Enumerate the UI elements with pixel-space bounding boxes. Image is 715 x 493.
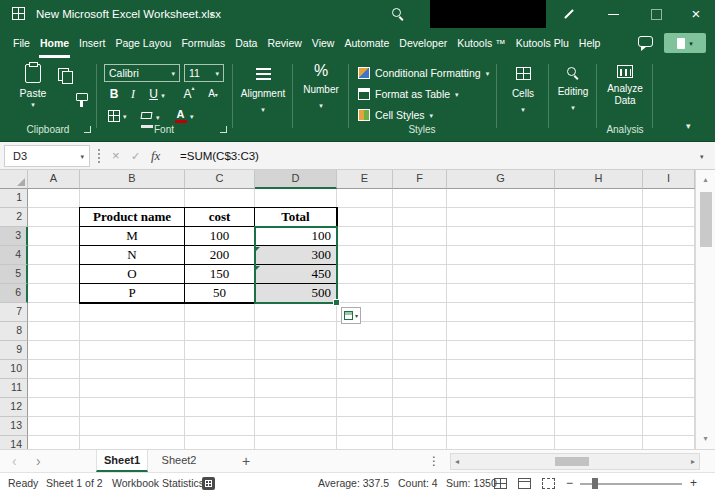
formula-bar-grip-icon[interactable] — [98, 149, 100, 163]
cell-styles-button[interactable]: Cell Styles ▾ — [358, 107, 433, 123]
alignment-group-button[interactable]: Alignment ▾ — [236, 58, 290, 113]
tab-insert[interactable]: Insert — [74, 28, 110, 58]
cell-c4[interactable]: 200 — [185, 246, 255, 265]
next-sheet-icon[interactable]: › — [36, 450, 41, 472]
workbook-statistics-icon[interactable] — [202, 477, 215, 490]
cell-c6[interactable]: 50 — [185, 284, 255, 303]
row-header-13[interactable]: 13 — [0, 417, 28, 436]
autofill-options-button[interactable]: ▾ — [341, 307, 361, 324]
tab-review[interactable]: Review — [262, 28, 306, 58]
row-header-3[interactable]: 3 — [0, 227, 28, 246]
editing-group-button[interactable]: Editing ▾ — [552, 58, 594, 111]
cell-d4[interactable]: 300 — [255, 246, 337, 265]
col-header-h[interactable]: H — [555, 170, 643, 189]
vertical-scroll-thumb[interactable] — [700, 192, 712, 247]
row-header-11[interactable]: 11 — [0, 379, 28, 398]
cell-b4[interactable]: N — [80, 246, 185, 265]
row-header-4[interactable]: 4 — [0, 246, 28, 265]
tab-file[interactable]: File — [8, 28, 35, 58]
borders-button[interactable]: ▾ — [104, 106, 130, 124]
cell-b3[interactable]: M — [80, 227, 185, 246]
analyze-data-button[interactable]: Analyze Data — [600, 58, 650, 107]
row-header-12[interactable]: 12 — [0, 398, 28, 417]
scroll-down-icon[interactable]: ▾ — [696, 431, 715, 447]
cancel-entry-icon[interactable]: × — [112, 142, 120, 170]
formula-warning-indicator[interactable] — [256, 266, 260, 270]
search-icon[interactable] — [392, 8, 404, 20]
zoom-out-button[interactable]: − — [566, 473, 573, 493]
paste-button[interactable]: Paste ▾ — [14, 62, 52, 108]
col-header-i[interactable]: I — [643, 170, 695, 189]
cell-c5[interactable]: 150 — [185, 265, 255, 284]
format-painter-icon[interactable] — [75, 93, 88, 107]
col-header-d[interactable]: D — [255, 170, 337, 189]
scroll-left-icon[interactable]: ◂ — [455, 454, 459, 469]
row-header-10[interactable]: 10 — [0, 360, 28, 379]
horizontal-scroll-thumb[interactable] — [555, 457, 589, 466]
tab-kutools-plus[interactable]: Kutools Plu — [511, 28, 574, 58]
cell-d3[interactable]: 100 — [255, 227, 337, 246]
enter-entry-icon[interactable]: ✓ — [131, 142, 140, 170]
row-header-5[interactable]: 5 — [0, 265, 28, 284]
format-as-table-button[interactable]: Format as Table ▾ — [358, 86, 459, 102]
underline-button[interactable]: U ▾ — [144, 85, 170, 103]
col-header-b[interactable]: B — [80, 170, 185, 189]
workbook-statistics-button[interactable]: Workbook Statistics — [112, 473, 204, 493]
close-button[interactable]: × — [680, 0, 712, 28]
row-header-8[interactable]: 8 — [0, 322, 28, 341]
collapse-ribbon-icon[interactable]: ▾ — [686, 122, 691, 131]
name-box[interactable]: D3 ▾ — [4, 145, 90, 167]
row-header-14[interactable]: 14 — [0, 436, 28, 449]
comments-icon[interactable] — [638, 36, 653, 47]
cell-d2[interactable]: Total — [255, 208, 337, 227]
tab-view[interactable]: View — [307, 28, 340, 58]
expand-formula-bar-icon[interactable]: ▾ — [700, 153, 704, 160]
cell-d5[interactable]: 450 — [255, 265, 337, 284]
select-all-corner[interactable] — [0, 170, 28, 189]
increase-font-size-button[interactable]: A▴ — [178, 85, 200, 103]
cell-b5[interactable]: O — [80, 265, 185, 284]
pen-icon[interactable] — [564, 9, 574, 19]
page-layout-view-button[interactable] — [518, 478, 531, 489]
col-header-f[interactable]: F — [393, 170, 447, 189]
tab-formulas[interactable]: Formulas — [176, 28, 230, 58]
zoom-in-button[interactable]: + — [690, 473, 697, 493]
conditional-formatting-button[interactable]: Conditional Formatting ▾ — [358, 65, 489, 81]
fill-handle[interactable] — [333, 299, 340, 306]
sheet-options-icon[interactable]: ⋮ — [428, 450, 440, 472]
row-header-7[interactable]: 7 — [0, 303, 28, 322]
col-header-e[interactable]: E — [337, 170, 393, 189]
formula-input[interactable]: =SUM(C$3:C3) — [180, 142, 259, 170]
cell-c3[interactable]: 100 — [185, 227, 255, 246]
normal-view-button[interactable] — [494, 478, 507, 489]
tab-data[interactable]: Data — [230, 28, 262, 58]
cell-b6[interactable]: P — [80, 284, 185, 303]
cell-c2[interactable]: cost — [185, 208, 255, 227]
tab-help[interactable]: Help — [574, 28, 606, 58]
font-size-select[interactable]: 11 ▾ — [184, 64, 224, 82]
tab-developer[interactable]: Developer — [394, 28, 452, 58]
minimize-button[interactable] — [598, 0, 630, 28]
decrease-font-size-button[interactable]: A▾ — [202, 85, 224, 103]
font-dialog-launcher-icon[interactable] — [220, 126, 227, 133]
row-header-1[interactable]: 1 — [0, 189, 28, 208]
number-group-button[interactable]: % Number ▾ — [296, 58, 346, 109]
cell-b2[interactable]: Product name — [80, 208, 185, 227]
row-header-9[interactable]: 9 — [0, 341, 28, 360]
cell-d6[interactable]: 500 — [255, 284, 337, 303]
tab-page-layout[interactable]: Page Layou — [110, 28, 176, 58]
zoom-slider-thumb[interactable] — [592, 478, 598, 489]
formula-warning-indicator[interactable] — [256, 247, 260, 251]
tab-kutools[interactable]: Kutools ™ — [452, 28, 510, 58]
sheet-tab-sheet1[interactable]: Sheet1 — [96, 450, 148, 472]
vertical-scrollbar[interactable]: ▴ ▾ — [695, 170, 715, 449]
bold-button[interactable]: B — [106, 85, 122, 103]
share-button[interactable]: ▾ — [664, 33, 706, 53]
maximize-button[interactable] — [640, 0, 672, 28]
title-dropdown-icon[interactable]: ▾ — [210, 11, 214, 18]
sheet-tab-sheet2[interactable]: Sheet2 — [150, 450, 208, 472]
scroll-right-icon[interactable]: ▸ — [691, 454, 695, 469]
col-header-c[interactable]: C — [185, 170, 255, 189]
horizontal-scrollbar[interactable]: ◂ ▸ — [450, 453, 700, 470]
page-break-view-button[interactable] — [542, 478, 555, 489]
